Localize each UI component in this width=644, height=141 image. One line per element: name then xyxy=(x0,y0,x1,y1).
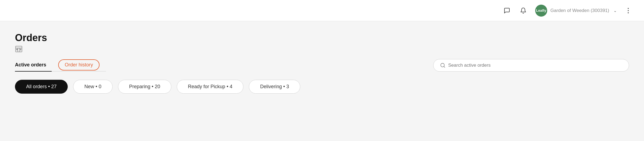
pill-ready-for-pickup[interactable]: Ready for Pickup • 4 xyxy=(177,80,243,94)
store-avatar: Leafly xyxy=(535,5,547,17)
pill-new[interactable]: New • 0 xyxy=(73,80,112,94)
notifications-button[interactable] xyxy=(518,5,529,16)
filter-pills: All orders • 27 New • 0 Preparing • 20 R… xyxy=(15,80,629,94)
svg-line-7 xyxy=(444,66,445,68)
bell-icon xyxy=(520,7,527,14)
search-icon xyxy=(440,63,445,68)
tabs-and-search-row: Active orders Order history xyxy=(15,59,629,72)
store-id: (300391) xyxy=(591,8,609,13)
svg-rect-5 xyxy=(20,49,21,50)
tab-active-orders[interactable]: Active orders xyxy=(15,59,52,71)
pill-all-orders[interactable]: All orders • 27 xyxy=(15,80,68,94)
tabs-container: Active orders Order history xyxy=(15,59,106,72)
store-building-icon xyxy=(15,45,629,54)
top-bar: Leafly Garden of Weeden (300391) ⌄ xyxy=(0,0,644,21)
store-name: Garden of Weeden (300391) xyxy=(550,8,609,13)
main-content: Orders Active orders Order history xyxy=(0,21,644,102)
search-box xyxy=(433,59,629,72)
svg-point-2 xyxy=(628,12,629,13)
svg-point-0 xyxy=(628,8,629,9)
chat-button[interactable] xyxy=(501,5,512,16)
tab-order-history[interactable]: Order history xyxy=(58,59,100,70)
store-selector[interactable]: Leafly Garden of Weeden (300391) ⌄ xyxy=(535,5,617,17)
more-vertical-icon xyxy=(627,7,629,14)
svg-rect-4 xyxy=(17,49,18,50)
search-input[interactable] xyxy=(448,63,622,68)
svg-point-1 xyxy=(628,10,629,11)
page-title: Orders xyxy=(15,32,629,44)
pill-delivering[interactable]: Delivering • 3 xyxy=(249,80,300,94)
chat-icon xyxy=(504,7,510,14)
pill-preparing[interactable]: Preparing • 20 xyxy=(118,80,171,94)
more-options-button[interactable] xyxy=(623,6,633,16)
chevron-down-icon: ⌄ xyxy=(614,8,617,13)
top-bar-icons xyxy=(501,5,529,16)
